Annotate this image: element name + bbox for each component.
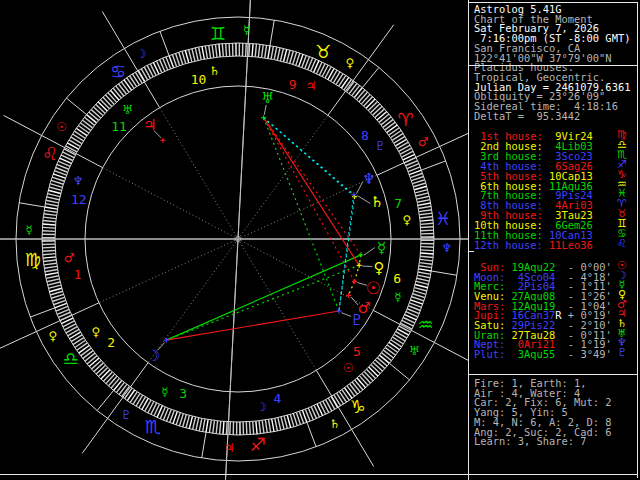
sign-boundary bbox=[270, 20, 274, 46]
house-ruler-glyph: ♀ bbox=[92, 325, 101, 339]
house-ruler-glyph: ♀ bbox=[403, 213, 412, 227]
sign-ruler-glyph: ♄ bbox=[329, 417, 340, 431]
stats-line: Learn: 3, Share: 7 bbox=[474, 436, 587, 446]
aspect-square-line bbox=[264, 118, 360, 266]
house-cusp-dotted bbox=[238, 239, 316, 370]
sidebar-header-line: DeltaT = 95.3442 bbox=[474, 111, 580, 121]
sidebar-rule-1 bbox=[469, 65, 637, 66]
sign-ruler-glyph: ☿ bbox=[25, 223, 32, 237]
astrolog-window: 1♂2♀3☿4☽5☉6☿7♀8♇9♃10♄11♅12♆♈♂♉♀♊☿♋☽♌☉♍☿♎… bbox=[0, 0, 640, 480]
sign-glyph-leo: ♌ bbox=[42, 143, 58, 164]
sign-boundary bbox=[202, 432, 206, 458]
sign-ruler-glyph: ♀ bbox=[48, 329, 57, 343]
house-cusp-dotted bbox=[160, 108, 238, 239]
planet-pointer-line bbox=[364, 248, 375, 256]
house-ruler-glyph: ☿ bbox=[161, 385, 168, 399]
sign-ruler-glyph: ♂ bbox=[418, 135, 429, 149]
sign-glyph-aquarius: ♒ bbox=[418, 314, 434, 335]
house-cusp-line bbox=[102, 11, 159, 107]
sign-ruler-glyph: ♀ bbox=[346, 56, 355, 70]
house-number: 1 bbox=[74, 267, 82, 282]
sign-glyph-gemini: ♊ bbox=[210, 23, 226, 44]
house-ruler-glyph: ☿ bbox=[394, 290, 401, 304]
planet-table-glyph: ♇ bbox=[613, 348, 631, 358]
aspect-trine-line bbox=[264, 118, 339, 311]
sign-boundary bbox=[307, 422, 316, 446]
sign-boundary bbox=[30, 308, 54, 317]
house-number: 2 bbox=[107, 335, 115, 350]
house-row: 12th house: 11Leo36 bbox=[474, 240, 593, 250]
house-cusp-dotted bbox=[100, 239, 238, 302]
planet-glyph-saturn: ♄ bbox=[370, 193, 383, 211]
house-number: 6 bbox=[393, 271, 401, 286]
house-ruler-glyph: ☽ bbox=[256, 400, 267, 414]
sign-glyph-sagittarius: ♐ bbox=[250, 434, 266, 455]
sign-glyph-virgo: ♍ bbox=[25, 249, 41, 270]
planet-glyph-venus: ♀ bbox=[374, 259, 385, 277]
aspect-conjunction-line bbox=[348, 281, 354, 295]
sign-boundary bbox=[421, 161, 445, 170]
aspect-square-line bbox=[264, 118, 361, 255]
sign-ruler-glyph: ♃ bbox=[224, 441, 235, 455]
aspect-square-line bbox=[166, 311, 339, 340]
house-number: 3 bbox=[179, 386, 187, 401]
sign-glyph-libra: ♎ bbox=[62, 348, 78, 369]
house-ruler-glyph: ☉ bbox=[343, 361, 354, 375]
planet-glyph-jupiter: ♃ bbox=[143, 116, 156, 134]
planet-pointer-line bbox=[362, 266, 372, 267]
right-border bbox=[637, 2, 638, 478]
sign-ruler-glyph: ♆ bbox=[441, 241, 452, 255]
sign-ruler-glyph: ☉ bbox=[56, 120, 67, 134]
sign-ruler-glyph: ♅ bbox=[409, 344, 420, 358]
house-axis-line bbox=[221, 0, 254, 480]
house-cusp-line bbox=[316, 370, 373, 466]
sign-boundary bbox=[389, 363, 409, 380]
sign-ruler-glyph: ♇ bbox=[121, 408, 132, 422]
sign-glyph-taurus: ♉ bbox=[315, 41, 331, 62]
sign-ruler-glyph: ☿ bbox=[243, 23, 250, 37]
sign-ruler-glyph: ☽ bbox=[136, 47, 147, 61]
house-number: 9 bbox=[289, 77, 297, 92]
planet-glyph-mercury: ☿ bbox=[377, 239, 386, 257]
planet-glyph-neptune: ♆ bbox=[362, 170, 375, 188]
sign-glyph-cancer: ♋ bbox=[110, 61, 126, 82]
aspect-square-line bbox=[264, 118, 355, 282]
house-number: 4 bbox=[274, 391, 282, 406]
planet-glyph-pluto: ♇ bbox=[350, 311, 363, 329]
sidebar-separator bbox=[468, 0, 469, 480]
bottom-border bbox=[0, 474, 638, 475]
house-ruler-glyph: ♇ bbox=[375, 139, 386, 153]
sign-glyph-aries: ♈ bbox=[397, 109, 413, 130]
aspect-conjunction-line bbox=[354, 265, 359, 281]
house-cusp-dotted bbox=[104, 168, 238, 239]
house-ruler-glyph: ♄ bbox=[209, 64, 220, 78]
sidebar-rule-2 bbox=[469, 374, 637, 375]
sign-boundary bbox=[97, 390, 114, 410]
house-ruler-glyph: ♂ bbox=[64, 251, 75, 265]
house-number: 7 bbox=[394, 196, 402, 211]
sign-boundary bbox=[362, 67, 379, 87]
house-ruler-glyph: ♆ bbox=[73, 174, 84, 188]
sign-glyph-capricorn: ♑ bbox=[350, 396, 366, 417]
house-number: 11 bbox=[111, 119, 127, 134]
house-sign-glyph: ♌ bbox=[613, 239, 631, 249]
planet-row: Plut: 3Aqu55 - 3°49' bbox=[474, 349, 612, 359]
sign-boundary bbox=[66, 98, 86, 115]
house-ruler-glyph: ♃ bbox=[306, 79, 317, 93]
sidebar-notch bbox=[468, 251, 474, 252]
house-number: 5 bbox=[353, 344, 361, 359]
house-number: 8 bbox=[361, 128, 369, 143]
natal-wheel-chart: 1♂2♀3☿4☽5☉6☿7♀8♇9♃10♄11♅12♆♈♂♉♀♊☿♋☽♌☉♍☿♎… bbox=[0, 0, 468, 480]
planet-glyph-moon: ☽ bbox=[147, 347, 160, 365]
house-ruler-glyph: ♅ bbox=[122, 103, 133, 117]
sign-boundary bbox=[160, 31, 169, 55]
house-number: 10 bbox=[191, 72, 207, 87]
planet-glyph-uranus: ♅ bbox=[261, 89, 274, 107]
planet-pointer-line bbox=[357, 196, 370, 204]
sign-glyph-scorpio: ♏ bbox=[145, 416, 161, 437]
aspect-trine-line bbox=[166, 265, 359, 340]
sign-boundary bbox=[19, 203, 45, 207]
house-cusp-dotted bbox=[149, 239, 238, 362]
house-cusp-dotted bbox=[238, 116, 327, 239]
sidebar-top-border bbox=[468, 2, 638, 3]
